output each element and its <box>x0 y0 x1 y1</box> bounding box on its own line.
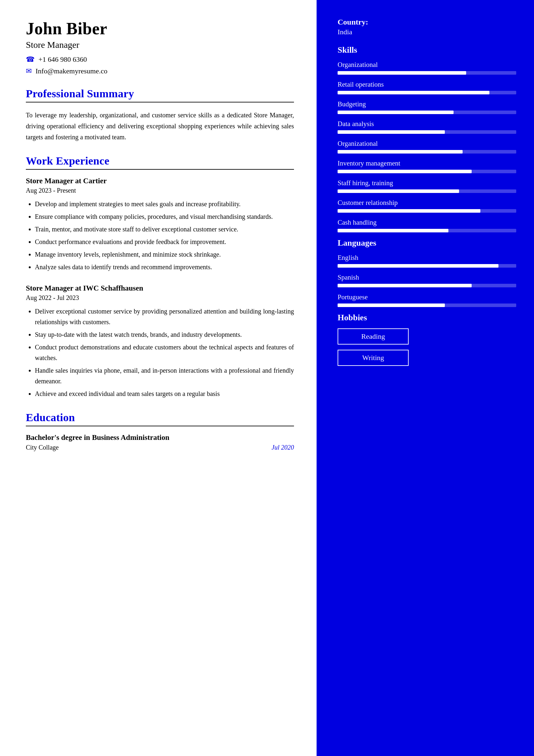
hobbies-list: ReadingWriting <box>338 328 516 371</box>
bullet-item: Deliver exceptional customer service by … <box>35 306 294 327</box>
skill-bar-fill <box>338 150 463 153</box>
skill-item: Inventory management <box>338 159 516 173</box>
language-bar-bg <box>338 284 516 287</box>
bullet-item: Conduct product demonstrations and educa… <box>35 342 294 363</box>
job-title: Store Manager <box>26 40 294 50</box>
language-name: Spanish <box>338 273 516 282</box>
bullet-item: Manage inventory levels, replenishment, … <box>35 249 294 260</box>
bullet-item: Achieve and exceed individual and team s… <box>35 389 294 399</box>
language-bar-bg <box>338 304 516 307</box>
skill-item: Retail operations <box>338 80 516 94</box>
education-section: Education Bachelor's degree in Business … <box>26 412 294 451</box>
skill-item: Data analysis <box>338 120 516 134</box>
bullet-item: Conduct performance evaluations and prov… <box>35 237 294 247</box>
hobby-badge: Writing <box>338 350 409 366</box>
language-item: Spanish <box>338 273 516 287</box>
skill-bar-bg <box>338 111 516 114</box>
skill-bar-fill <box>338 209 480 213</box>
email-contact: ✉ Info@makemyresume.co <box>26 67 294 75</box>
skill-bar-bg <box>338 189 516 193</box>
skill-name: Data analysis <box>338 120 516 128</box>
country-section: Country: India <box>338 18 516 36</box>
work-divider <box>26 169 294 170</box>
phone-contact: ☎ +1 646 980 6360 <box>26 55 294 64</box>
job-2: Store Manager at IWC Schaffhausen Aug 20… <box>26 284 294 399</box>
skill-name: Cash handling <box>338 219 516 227</box>
right-column: Country: India Skills Organizational Ret… <box>317 0 534 756</box>
hobbies-heading: Hobbies <box>338 313 516 323</box>
work-experience-section: Work Experience Store Manager at Cartier… <box>26 155 294 399</box>
skill-bar-fill <box>338 91 490 94</box>
country-label: Country: <box>338 18 516 26</box>
language-bar-fill <box>338 264 498 268</box>
bullet-item: Analyze sales data to identify trends an… <box>35 262 294 273</box>
skill-name: Inventory management <box>338 159 516 167</box>
skill-bar-fill <box>338 189 459 193</box>
professional-summary-section: Professional Summary To leverage my lead… <box>26 88 294 143</box>
summary-divider <box>26 102 294 102</box>
candidate-name: John Biber <box>26 19 294 38</box>
languages-heading: Languages <box>338 238 516 248</box>
skill-bar-bg <box>338 71 516 75</box>
edu-date: Jul 2020 <box>272 444 294 451</box>
bullet-item: Stay up-to-date with the latest watch tr… <box>35 329 294 340</box>
skill-bar-bg <box>338 91 516 94</box>
job-2-bullets: Deliver exceptional customer service by … <box>26 306 294 399</box>
skill-item: Budgeting <box>338 100 516 114</box>
summary-text: To leverage my leadership, organizationa… <box>26 110 294 143</box>
job-2-title: Store Manager at IWC Schaffhausen <box>26 284 294 292</box>
resume-header: John Biber Store Manager ☎ +1 646 980 63… <box>26 19 294 75</box>
skill-bar-fill <box>338 229 448 232</box>
skill-item: Staff hiring, training <box>338 179 516 193</box>
skill-bar-bg <box>338 150 516 153</box>
skill-bar-bg <box>338 170 516 173</box>
education-heading: Education <box>26 412 294 424</box>
bullet-item: Train, mentor, and motivate store staff … <box>35 224 294 235</box>
edu-degree: Bachelor's degree in Business Administra… <box>26 433 294 442</box>
skills-section: Skills Organizational Retail operations … <box>338 45 516 232</box>
skill-bar-fill <box>338 170 472 173</box>
language-item: Portuguese <box>338 293 516 307</box>
skill-name: Organizational <box>338 61 516 69</box>
email-icon: ✉ <box>26 67 32 75</box>
skill-name: Organizational <box>338 140 516 148</box>
skill-item: Customer relationship <box>338 199 516 213</box>
edu-divider <box>26 426 294 426</box>
bullet-item: Handle sales inquiries via phone, email,… <box>35 365 294 387</box>
skill-name: Customer relationship <box>338 199 516 207</box>
skill-bar-bg <box>338 209 516 213</box>
language-bar-bg <box>338 264 516 268</box>
skill-bar-fill <box>338 71 466 75</box>
job-1-dates: Aug 2023 - Present <box>26 187 294 194</box>
job-1-title: Store Manager at Cartier <box>26 177 294 185</box>
skills-heading: Skills <box>338 45 516 55</box>
skill-bar-bg <box>338 130 516 134</box>
left-column: John Biber Store Manager ☎ +1 646 980 63… <box>0 0 317 756</box>
skill-bar-fill <box>338 130 445 134</box>
skill-item: Cash handling <box>338 219 516 232</box>
skill-name: Retail operations <box>338 80 516 89</box>
language-bar-fill <box>338 304 445 307</box>
skills-list: Organizational Retail operations Budgeti… <box>338 61 516 232</box>
edu-school: City Collage <box>26 444 59 451</box>
languages-list: English Spanish Portuguese <box>338 254 516 307</box>
skill-item: Organizational <box>338 61 516 75</box>
work-experience-heading: Work Experience <box>26 155 294 167</box>
language-name: English <box>338 254 516 262</box>
skill-name: Staff hiring, training <box>338 179 516 187</box>
skill-bar-fill <box>338 111 454 114</box>
job-1-bullets: Develop and implement strategies to meet… <box>26 199 294 273</box>
phone-number: +1 646 980 6360 <box>38 55 87 64</box>
language-item: English <box>338 254 516 268</box>
edu-school-row: City Collage Jul 2020 <box>26 444 294 451</box>
job-1: Store Manager at Cartier Aug 2023 - Pres… <box>26 177 294 273</box>
skill-name: Budgeting <box>338 100 516 108</box>
phone-icon: ☎ <box>26 55 35 64</box>
skill-item: Organizational <box>338 140 516 153</box>
country-value: India <box>338 28 516 36</box>
languages-section: Languages English Spanish Portuguese <box>338 238 516 307</box>
language-bar-fill <box>338 284 472 287</box>
professional-summary-heading: Professional Summary <box>26 88 294 100</box>
bullet-item: Ensure compliance with company policies,… <box>35 211 294 222</box>
skill-bar-bg <box>338 229 516 232</box>
